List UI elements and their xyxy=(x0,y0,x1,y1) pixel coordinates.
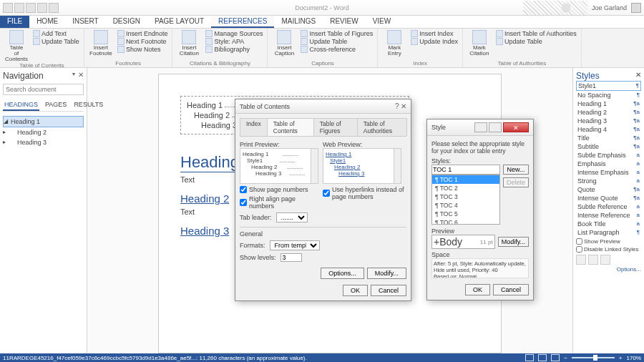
customize-icon[interactable] xyxy=(49,3,59,13)
style-name-input[interactable] xyxy=(431,165,500,175)
undo-icon[interactable] xyxy=(26,3,36,13)
style-item[interactable]: Heading 4¶a xyxy=(576,125,641,134)
bibliography-button[interactable]: Bibliography xyxy=(204,46,264,53)
maximize-icon[interactable] xyxy=(489,122,502,132)
cancel-button[interactable]: Cancel xyxy=(371,285,406,296)
web-layout-icon[interactable] xyxy=(551,354,560,361)
update-table-button[interactable]: Update Table xyxy=(31,38,81,45)
style-item[interactable]: Style1¶ xyxy=(576,81,641,91)
tab-design[interactable]: DESIGN xyxy=(106,16,147,28)
options-link[interactable]: Options... xyxy=(576,266,641,273)
preview-link[interactable]: Style1 xyxy=(326,157,399,164)
user-name[interactable]: Joe Garland xyxy=(592,4,627,11)
tab-mailings[interactable]: MAILINGS xyxy=(274,16,323,28)
tab-references[interactable]: REFERENCES xyxy=(211,16,274,28)
table-of-contents-button[interactable]: Tableof Contents xyxy=(3,30,30,62)
formats-select[interactable]: From template xyxy=(270,240,320,250)
style-list[interactable]: ¶ TOC 1¶ TOC 2¶ TOC 3¶ TOC 4¶ TOC 5¶ TOC… xyxy=(431,175,500,225)
style-option[interactable]: ¶ TOC 3 xyxy=(432,192,499,201)
scrollbar[interactable] xyxy=(311,149,318,183)
style-apa-button[interactable]: Style: APA xyxy=(204,38,264,45)
tab-insert[interactable]: INSERT xyxy=(65,16,106,28)
preview-link[interactable]: Heading 2 xyxy=(326,164,399,170)
save-icon[interactable] xyxy=(14,3,24,13)
insert-endnote-button[interactable]: Insert Endnote xyxy=(116,30,170,37)
style-option[interactable]: ¶ TOC 6 xyxy=(432,218,499,225)
style-item[interactable]: Intense Emphasisa xyxy=(576,168,641,177)
preview-link[interactable]: Heading 1 xyxy=(326,151,399,157)
ok-button[interactable]: OK xyxy=(343,285,368,296)
style-item[interactable]: Subtitle¶a xyxy=(576,142,641,151)
close-icon[interactable]: ✕ xyxy=(503,122,529,132)
redo-icon[interactable] xyxy=(37,3,47,13)
style-item[interactable]: Quote¶a xyxy=(576,185,641,194)
insert-citation-button[interactable]: InsertCitation xyxy=(175,30,203,57)
close-icon[interactable]: ✕ xyxy=(78,71,84,79)
nav-tab-results[interactable]: RESULTS xyxy=(72,99,104,111)
insert-index-button[interactable]: Insert Index xyxy=(409,30,459,37)
style-item[interactable]: Subtle Emphasisa xyxy=(576,151,641,160)
close-icon[interactable]: ✕ xyxy=(401,102,406,110)
insert-table-of-figures-button[interactable]: Insert Table of Figures xyxy=(299,30,374,37)
style-item[interactable]: Book Titlea xyxy=(576,220,641,228)
preview-link[interactable]: Heading 3 xyxy=(326,170,399,177)
insert-footnote-button[interactable]: InsertFootnote xyxy=(87,30,114,57)
show-page-numbers-checkbox[interactable] xyxy=(240,186,247,193)
style-item[interactable]: Heading 2¶a xyxy=(576,108,641,117)
tab-view[interactable]: VIEW xyxy=(366,16,399,28)
zoom-slider[interactable] xyxy=(572,357,615,358)
ok-button[interactable]: OK xyxy=(465,284,490,295)
nav-item[interactable]: ◢Heading 1 xyxy=(3,116,84,127)
update-table-button[interactable]: Update Table xyxy=(494,38,578,45)
use-hyperlinks-checkbox[interactable] xyxy=(323,190,330,197)
nav-tab-headings[interactable]: HEADINGS xyxy=(3,99,39,111)
toc-tab[interactable]: Index xyxy=(240,118,268,136)
options-button[interactable]: Options... xyxy=(321,268,364,279)
add-text-button[interactable]: Add Text xyxy=(31,30,81,37)
update-table-button[interactable]: Update Table xyxy=(299,38,374,45)
modify-button[interactable]: Modify... xyxy=(367,268,406,279)
new-button[interactable]: New... xyxy=(503,165,529,175)
style-item[interactable]: List Paragraph¶ xyxy=(576,228,641,237)
nav-item[interactable]: ▸Heading 2 xyxy=(3,127,84,137)
new-style-icon[interactable] xyxy=(576,255,586,265)
zoom-out-icon[interactable]: − xyxy=(564,355,567,361)
update-index-button[interactable]: Update Index xyxy=(409,38,459,45)
mark-citation-button[interactable]: MarkCitation xyxy=(466,30,493,57)
style-item[interactable]: Stronga xyxy=(576,177,641,185)
style-item[interactable]: Emphasisa xyxy=(576,160,641,168)
style-item[interactable]: Heading 3¶a xyxy=(576,117,641,125)
delete-button[interactable]: Delete xyxy=(503,177,529,187)
close-icon[interactable]: ✕ xyxy=(635,71,641,79)
modify-button[interactable]: Modify... xyxy=(498,237,529,247)
mark-entry-button[interactable]: MarkEntry xyxy=(381,30,408,57)
scrollbar[interactable] xyxy=(394,149,401,183)
style-option[interactable]: ¶ TOC 4 xyxy=(432,201,499,210)
manage-sources-button[interactable]: Manage Sources xyxy=(204,30,264,37)
tab-review[interactable]: REVIEW xyxy=(323,16,365,28)
help-icon[interactable]: ? xyxy=(395,102,399,110)
tab-home[interactable]: HOME xyxy=(29,16,65,28)
insert-caption-button[interactable]: InsertCaption xyxy=(270,30,298,57)
style-option[interactable]: ¶ TOC 5 xyxy=(432,210,499,218)
style-item[interactable]: Intense Referencea xyxy=(576,211,641,220)
style-item[interactable]: Title¶a xyxy=(576,134,641,142)
style-item[interactable]: Subtle Referencea xyxy=(576,202,641,211)
style-option[interactable]: ¶ TOC 1 xyxy=(432,175,499,184)
toc-tab[interactable]: Table of Figures xyxy=(313,118,358,136)
toc-tab[interactable]: Table of Authorities xyxy=(357,118,407,136)
avatar[interactable] xyxy=(631,3,641,13)
pin-icon[interactable]: ▾ xyxy=(72,71,75,77)
zoom-in-icon[interactable]: + xyxy=(619,355,623,361)
style-item[interactable]: Heading 1¶a xyxy=(576,99,641,108)
zoom-value[interactable]: 170% xyxy=(627,355,641,361)
search-input[interactable] xyxy=(3,84,84,95)
right-align-checkbox[interactable] xyxy=(240,199,247,206)
next-footnote-button[interactable]: Next Footnote xyxy=(116,38,170,45)
cancel-button[interactable]: Cancel xyxy=(493,284,529,295)
tab-page-layout[interactable]: PAGE LAYOUT xyxy=(147,16,211,28)
cross-reference-button[interactable]: Cross-reference xyxy=(299,46,374,53)
nav-item[interactable]: ▸Heading 3 xyxy=(3,137,84,147)
style-item[interactable]: Intense Quote¶a xyxy=(576,194,641,202)
print-layout-icon[interactable] xyxy=(538,354,547,361)
